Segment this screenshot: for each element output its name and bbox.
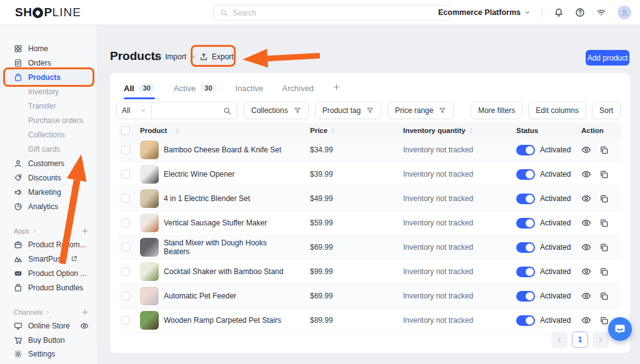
search-icon[interactable] bbox=[223, 107, 237, 115]
row-checkbox[interactable] bbox=[121, 243, 130, 252]
row-checkbox[interactable] bbox=[121, 292, 130, 300]
filter-chip-label: Collections bbox=[251, 106, 288, 115]
status-toggle[interactable] bbox=[516, 169, 535, 180]
product-name[interactable]: Automatic Pet Feeder bbox=[164, 292, 236, 300]
sidebar-item-smartpush[interactable]: SmartPush bbox=[0, 252, 98, 266]
product-name[interactable]: Wooden Ramp Carpeted Pet Stairs bbox=[164, 316, 281, 325]
product-name[interactable]: Cocktail Shaker with Bamboo Stand bbox=[164, 267, 283, 276]
network-status-icon[interactable] bbox=[596, 7, 606, 17]
duplicate-icon[interactable] bbox=[599, 219, 609, 228]
duplicate-icon[interactable] bbox=[599, 316, 609, 325]
tab-archived[interactable]: Archived bbox=[282, 78, 314, 98]
sidebar-item-label: Transfer bbox=[28, 102, 56, 111]
duplicate-icon[interactable] bbox=[599, 243, 609, 252]
more-filters-button[interactable]: More filters bbox=[471, 102, 522, 119]
duplicate-icon[interactable] bbox=[599, 145, 609, 155]
preview-eye-icon[interactable] bbox=[581, 145, 591, 155]
duplicate-icon[interactable] bbox=[599, 292, 609, 301]
product-name[interactable]: Stand Mixer with Dough Hooks Beaters bbox=[164, 239, 288, 256]
export-arrow-annotation bbox=[242, 46, 320, 69]
tab-all[interactable]: All30 bbox=[124, 78, 155, 98]
sidebar-item-collections[interactable]: Collections bbox=[0, 127, 98, 142]
sidebar-item-inventory[interactable]: Inventory bbox=[0, 84, 98, 99]
sidebar-item-analytics[interactable]: Analytics bbox=[0, 199, 98, 214]
pagination-prev-button[interactable] bbox=[551, 332, 568, 348]
preview-eye-icon[interactable] bbox=[581, 267, 591, 277]
preview-eye-icon[interactable] bbox=[581, 218, 591, 228]
sidebar-item-product-option[interactable]: Product Option ... bbox=[0, 266, 98, 280]
sidebar-item-gift-cards[interactable]: Gift cards bbox=[0, 142, 98, 156]
add-tab-button[interactable] bbox=[332, 82, 341, 94]
pagination-page-1[interactable]: 1 bbox=[572, 332, 588, 348]
add-channels-icon[interactable] bbox=[81, 308, 89, 316]
product-name[interactable]: Bamboo Cheese Board & Knife Set bbox=[164, 145, 281, 154]
column-header-inventory-quantity[interactable]: Inventory quantity bbox=[375, 127, 506, 134]
row-checkbox[interactable] bbox=[121, 194, 130, 203]
status-toggle[interactable] bbox=[516, 218, 535, 229]
duplicate-icon[interactable] bbox=[599, 170, 609, 179]
row-checkbox[interactable] bbox=[121, 267, 130, 276]
filter-chip-price-range[interactable]: Price range bbox=[388, 102, 454, 119]
tab-inactive[interactable]: Inactive bbox=[236, 78, 264, 98]
status-toggle[interactable] bbox=[516, 315, 535, 326]
status-toggle[interactable] bbox=[516, 267, 535, 277]
row-checkbox[interactable] bbox=[121, 145, 130, 154]
visibility-eye-icon[interactable] bbox=[80, 322, 89, 330]
sidebar-item-products[interactable]: Products bbox=[0, 70, 98, 84]
preview-eye-icon[interactable] bbox=[581, 315, 591, 325]
preview-eye-icon[interactable] bbox=[581, 291, 591, 301]
sidebar-item-label: Product Recom... bbox=[28, 240, 86, 249]
sidebar-item-product-bundles[interactable]: Product Bundles bbox=[0, 280, 98, 295]
select-all-checkbox[interactable] bbox=[121, 126, 130, 135]
tab-active[interactable]: Active30 bbox=[174, 78, 217, 98]
status-toggle[interactable] bbox=[516, 291, 535, 302]
export-button[interactable]: Export bbox=[199, 52, 234, 61]
row-checkbox[interactable] bbox=[121, 219, 130, 227]
sidebar-item-product-recom[interactable]: Product Recom... bbox=[0, 237, 98, 252]
row-checkbox[interactable] bbox=[121, 316, 130, 325]
filter-search-input[interactable] bbox=[152, 102, 223, 119]
sidebar-section-apps[interactable]: Apps bbox=[0, 225, 98, 237]
sidebar-item-marketing[interactable]: Marketing bbox=[0, 185, 98, 199]
filter-chip-collections[interactable]: Collections bbox=[244, 102, 309, 119]
column-header-product[interactable]: Product bbox=[140, 127, 288, 134]
row-checkbox[interactable] bbox=[121, 170, 130, 179]
preview-eye-icon[interactable] bbox=[581, 242, 591, 252]
sidebar-item-transfer[interactable]: Transfer bbox=[0, 99, 98, 113]
table-row: Vertical Sausage Stuffer Maker$59.99Inve… bbox=[119, 211, 621, 235]
notifications-icon[interactable] bbox=[554, 7, 564, 17]
sidebar-section-channels[interactable]: Channels bbox=[0, 306, 98, 318]
sidebar-item-home[interactable]: Home bbox=[0, 41, 98, 56]
preview-eye-icon[interactable] bbox=[581, 194, 591, 204]
sidebar-item-discounts[interactable]: Discounts bbox=[0, 170, 98, 185]
sidebar-item-online-store[interactable]: Online Store bbox=[0, 318, 98, 333]
duplicate-icon[interactable] bbox=[599, 194, 609, 204]
product-name[interactable]: 4 in 1 Electric Blender Set bbox=[164, 194, 250, 203]
sort-button[interactable]: Sort bbox=[592, 102, 621, 119]
global-search-input[interactable]: Search bbox=[213, 5, 450, 21]
edit-columns-button[interactable]: Edit columns bbox=[528, 102, 586, 119]
pagination-next-button[interactable] bbox=[592, 332, 609, 348]
status-toggle[interactable] bbox=[516, 145, 535, 155]
preview-eye-icon[interactable] bbox=[581, 169, 591, 179]
product-name[interactable]: Electric Wine Opener bbox=[164, 170, 234, 179]
column-header-price[interactable]: Price bbox=[288, 127, 375, 134]
help-icon[interactable] bbox=[575, 7, 585, 17]
sidebar-item-customers[interactable]: Customers bbox=[0, 156, 98, 170]
status-toggle[interactable] bbox=[516, 194, 535, 204]
add-product-button[interactable]: Add product bbox=[586, 50, 629, 66]
product-name[interactable]: Vertical Sausage Stuffer Maker bbox=[164, 219, 267, 227]
scope-select[interactable]: All bbox=[116, 102, 152, 119]
chat-launcher-button[interactable] bbox=[608, 317, 632, 341]
status-toggle[interactable] bbox=[516, 242, 535, 253]
sidebar-item-purchase-orders[interactable]: Purchase orders bbox=[0, 113, 98, 127]
sidebar-item-orders[interactable]: Orders bbox=[0, 56, 98, 70]
filter-chip-product-tag[interactable]: Product tag bbox=[315, 102, 381, 119]
avatar[interactable] bbox=[618, 6, 631, 19]
platform-selector[interactable]: Ecommerce Platforms bbox=[438, 8, 531, 17]
import-button[interactable]: Import bbox=[152, 52, 196, 61]
sidebar-item-buy-button[interactable]: Buy Button bbox=[0, 333, 98, 345]
add-apps-icon[interactable] bbox=[81, 227, 89, 235]
sidebar-item-settings[interactable]: Settings bbox=[0, 344, 98, 364]
duplicate-icon[interactable] bbox=[599, 267, 609, 277]
